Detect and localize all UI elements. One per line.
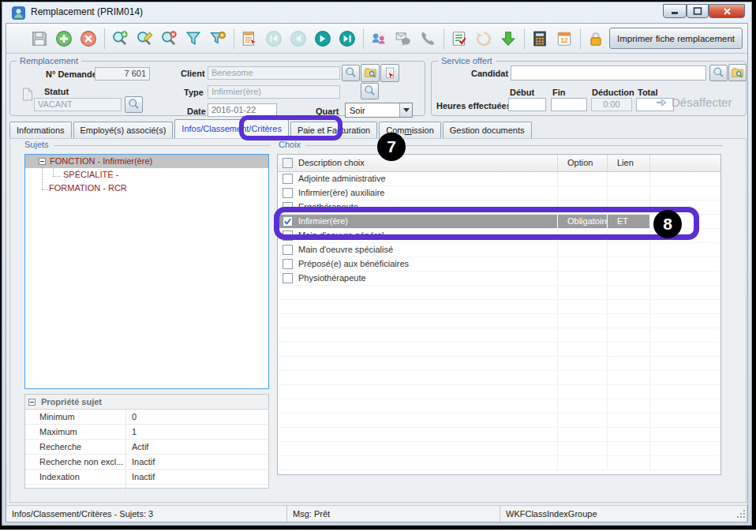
client-note-icon[interactable] xyxy=(380,64,399,82)
filter-options-icon[interactable] xyxy=(207,28,229,50)
choix-row-adjointe-administrative[interactable]: Adjointe administrative xyxy=(278,172,720,186)
choix-empty-cell xyxy=(278,399,557,413)
save-icon[interactable] xyxy=(28,28,51,50)
sujets-label: Sujets xyxy=(24,140,49,149)
type-search-icon[interactable] xyxy=(361,83,379,99)
delete-record-icon[interactable] xyxy=(77,28,99,50)
candidat-label: Candidat xyxy=(471,69,508,78)
phone-icon[interactable] xyxy=(417,28,439,50)
candidat-search-icon[interactable] xyxy=(709,65,728,81)
choix-description-cell: Adjointe administrative xyxy=(278,172,557,185)
print-replacement-button[interactable]: Imprimer fiche remplacement xyxy=(609,28,743,49)
date-label: Date xyxy=(187,107,206,116)
checkbox-icon[interactable] xyxy=(283,273,293,283)
tree-item-formation-rcr[interactable]: FORMATION - RCR xyxy=(25,182,268,195)
nav-previous-icon[interactable] xyxy=(287,28,309,50)
checkbox-icon[interactable] xyxy=(283,245,293,255)
choix-row-main-d-oeuvre-sp-cialis[interactable]: Main d'oeuvre spécialisé xyxy=(278,243,720,257)
record-form-icon[interactable] xyxy=(238,28,260,50)
tab-informations[interactable]: Informations xyxy=(9,122,72,138)
resize-grip-icon[interactable] xyxy=(736,509,746,520)
checkbox-icon[interactable] xyxy=(283,188,293,198)
choix-row-empty xyxy=(278,314,720,328)
choix-row-physioth-rapeute[interactable]: Physiothérapeute xyxy=(278,272,720,286)
client-search-icon[interactable] xyxy=(342,65,360,81)
minimize-button[interactable] xyxy=(663,4,687,18)
choix-header-lien[interactable]: Lien xyxy=(607,155,649,171)
add-record-icon[interactable] xyxy=(53,28,75,50)
tree-item-fonction-infirmier-re[interactable]: FONCTION - Infirmier(ère) xyxy=(25,155,268,168)
search-clear-icon[interactable] xyxy=(158,28,180,50)
calendar-icon[interactable]: 12 xyxy=(553,28,575,50)
choix-header-description[interactable]: Description choix xyxy=(278,155,557,171)
choix-description-cell: Infirmier(ère) auxiliaire xyxy=(278,186,557,200)
candidat-field[interactable] xyxy=(511,66,706,81)
checkbox-icon[interactable] xyxy=(283,174,293,184)
property-row-recherche-non-excl[interactable]: Recherche non excl...Inactif xyxy=(25,455,268,470)
choix-section-label: Choix xyxy=(279,140,723,149)
undo-icon[interactable] xyxy=(473,28,495,50)
choix-empty-cell xyxy=(649,399,720,413)
choix-option-cell xyxy=(557,272,607,285)
property-row-empty xyxy=(25,485,268,500)
search-add-icon[interactable] xyxy=(109,28,131,50)
nav-last-icon[interactable] xyxy=(336,28,358,50)
service-offert-group-label: Service offert xyxy=(438,56,496,66)
choix-header-option[interactable]: Option xyxy=(557,155,607,171)
choix-empty-cell xyxy=(607,428,649,441)
fin-field[interactable] xyxy=(551,98,587,111)
property-row-minimum[interactable]: Minimum0 xyxy=(25,410,268,425)
chevron-down-icon[interactable] xyxy=(399,103,412,117)
main-panel: Sujets FONCTION - Infirmier(ère)SPÉCIALI… xyxy=(9,138,747,503)
filter-icon[interactable] xyxy=(182,28,204,50)
client-folder-search-icon[interactable] xyxy=(361,64,380,82)
screenshot: Remplacement (PRIM014) 12 Imprimer fiche… xyxy=(0,0,756,532)
select-all-checkbox[interactable] xyxy=(283,158,293,168)
choix-lien-cell xyxy=(607,186,649,200)
choix-header: Description choix Option Lien xyxy=(278,155,720,172)
checkbox-icon[interactable] xyxy=(283,259,293,269)
nav-first-icon[interactable] xyxy=(263,28,285,50)
choix-empty-cell xyxy=(649,328,720,342)
choix-row-infirmier-re-auxiliaire[interactable]: Infirmier(ère) auxiliaire xyxy=(278,186,720,200)
tab-gestion-documents[interactable]: Gestion documents xyxy=(443,122,532,138)
property-row-indexation[interactable]: IndexationInactif xyxy=(25,470,268,485)
statut-search-icon[interactable] xyxy=(125,96,143,113)
choix-empty-cell xyxy=(557,357,607,370)
collapse-icon[interactable] xyxy=(28,399,36,406)
quart-dropdown[interactable]: Soir xyxy=(345,103,413,118)
tab-employ-s-associ-s[interactable]: Employé(s) associé(s) xyxy=(73,122,174,138)
choix-row-empty xyxy=(278,414,720,428)
choix-row-pr-pos-e-aux-b-n-ficiaires[interactable]: Préposé(e) aux bénéficiaires xyxy=(278,257,720,272)
nav-next-icon[interactable] xyxy=(312,28,334,50)
no-demande-field[interactable]: 7 601 xyxy=(95,67,150,81)
choix-option-cell xyxy=(557,243,607,257)
search-edit-icon[interactable] xyxy=(133,28,155,50)
export-down-icon[interactable] xyxy=(497,28,519,50)
property-row-recherche[interactable]: RechercheActif xyxy=(25,440,268,455)
property-name: Minimum xyxy=(25,410,126,424)
statut-field: VACANT xyxy=(34,98,122,111)
choix-empty-cell xyxy=(607,414,649,427)
calculator-icon[interactable] xyxy=(529,28,551,50)
tasks-icon[interactable] xyxy=(448,28,470,50)
contacts-icon[interactable] xyxy=(368,28,390,50)
toolbar-separator xyxy=(524,28,525,49)
candidat-folder-search-icon[interactable] xyxy=(728,64,747,81)
choix-empty-cell xyxy=(278,414,557,427)
property-row-maximum[interactable]: Maximum1 xyxy=(25,425,268,440)
tree-expander-icon[interactable] xyxy=(39,158,46,165)
choix-empty-cell xyxy=(649,385,720,399)
choix-description: Main d'oeuvre spécialisé xyxy=(298,245,393,254)
tree-item-sp-cialit[interactable]: SPÉCIALITÉ - xyxy=(25,168,268,182)
message-icon[interactable] xyxy=(392,28,414,50)
close-button[interactable] xyxy=(709,4,745,18)
svg-text:12: 12 xyxy=(560,37,568,44)
fin-label: Fin xyxy=(552,88,566,97)
propriete-sujet-header[interactable]: Propriété sujet xyxy=(25,395,268,410)
maximize-button[interactable] xyxy=(687,4,709,18)
choix-empty-cell xyxy=(557,456,607,470)
debut-field[interactable] xyxy=(508,98,546,111)
choix-empty-cell xyxy=(557,286,607,299)
lock-icon[interactable] xyxy=(585,28,607,50)
